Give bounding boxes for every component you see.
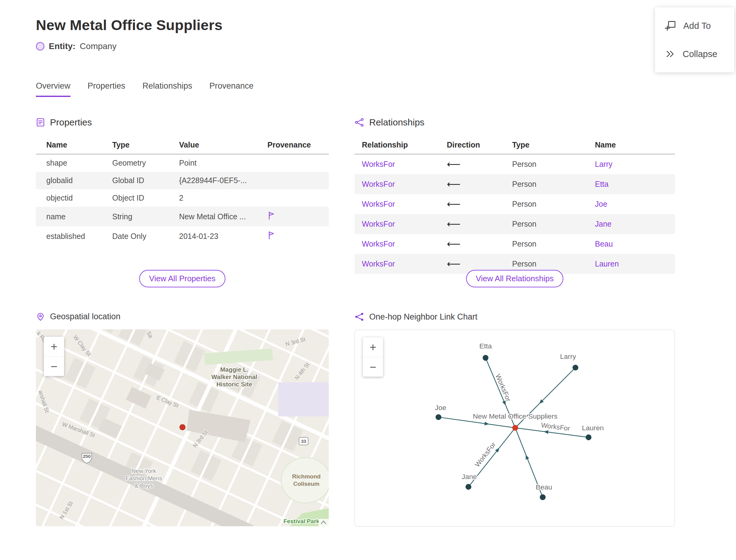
rel-type: Person xyxy=(512,174,595,194)
page-title: New Metal Office Suppliers xyxy=(36,17,736,33)
direction-arrow: ⟵ xyxy=(447,154,512,175)
prop-name: objectid xyxy=(36,189,112,207)
zoom-out-button[interactable]: − xyxy=(363,357,383,377)
node-label-jane: Jane xyxy=(462,473,477,481)
collapse-chevrons-icon xyxy=(665,49,675,59)
table-row: WorksFor ⟵ Person Joe xyxy=(355,194,675,214)
tab-properties[interactable]: Properties xyxy=(88,81,125,97)
node-label-beau: Beau xyxy=(536,483,552,491)
edge-label-worksfor: WorksFor xyxy=(494,373,512,403)
graph-node-beau[interactable] xyxy=(540,494,546,500)
prop-type: String xyxy=(112,207,179,226)
graph-node-larry[interactable] xyxy=(573,365,578,370)
zoom-in-button[interactable]: + xyxy=(44,337,64,356)
node-label-center: New Metal Office Suppliers xyxy=(473,412,558,420)
prop-value: New Metal Office ... xyxy=(179,207,267,226)
link-chart-section-header: One-hop Neighbor Link Chart xyxy=(355,312,675,322)
prop-value: 2 xyxy=(179,189,267,207)
map-image: 250 33 k Ro W Clay St Sa N 3rd St N 4th … xyxy=(36,329,329,526)
relationships-column: Relationships Relationship Direction Typ… xyxy=(355,117,675,527)
provenance-flag-icon[interactable] xyxy=(267,231,275,240)
table-row: globalid Global ID {A228944F-0EF5-... xyxy=(36,172,329,189)
properties-section-title: Properties xyxy=(50,117,92,128)
map-zoom-control: + − xyxy=(44,337,64,376)
relationship-link[interactable]: WorksFor xyxy=(362,240,395,248)
node-label-etta: Etta xyxy=(479,342,492,350)
relationship-link[interactable]: WorksFor xyxy=(362,180,395,188)
tab-relationships[interactable]: Relationships xyxy=(143,81,192,97)
map-label-maggie-3: Historic Site xyxy=(217,381,252,388)
entity-link[interactable]: Jane xyxy=(595,220,611,228)
relationship-link[interactable]: WorksFor xyxy=(362,200,395,208)
entity-link[interactable]: Lauren xyxy=(595,259,619,268)
tab-overview[interactable]: Overview xyxy=(36,81,71,97)
direction-arrow: ⟵ xyxy=(447,214,512,234)
entity-link[interactable]: Etta xyxy=(595,180,608,188)
geospatial-section-header: Geospatial location xyxy=(36,312,329,321)
direction-arrow: ⟵ xyxy=(447,234,512,254)
prop-provenance xyxy=(267,207,329,226)
relationships-icon xyxy=(355,117,364,127)
graph-node-lauren[interactable] xyxy=(586,434,592,440)
col-header-provenance: Provenance xyxy=(267,136,329,154)
col-header-type: Type xyxy=(512,136,595,154)
col-header-direction: Direction xyxy=(447,136,512,154)
prop-type: Global ID xyxy=(112,172,179,189)
link-chart-graph: WorksFor WorksFor WorksFor Etta Larry Jo… xyxy=(355,330,675,526)
properties-section-header: Properties xyxy=(36,117,329,128)
collapse-button[interactable]: Collapse xyxy=(655,40,734,68)
node-label-lauren: Lauren xyxy=(582,424,604,432)
graph-node-center[interactable] xyxy=(512,425,518,431)
add-to-button[interactable]: Add To xyxy=(655,12,734,40)
prop-name: established xyxy=(36,226,112,246)
tab-provenance[interactable]: Provenance xyxy=(209,81,254,97)
attribution-toggle[interactable] xyxy=(319,519,329,526)
rel-type: Person xyxy=(512,234,595,254)
properties-column: Properties Name Type Value Provenance sh… xyxy=(36,117,329,527)
map-label-nyf-2: Fashion Mens xyxy=(125,475,162,481)
svg-text:250: 250 xyxy=(83,454,90,459)
relationship-link[interactable]: WorksFor xyxy=(362,160,395,168)
map-label-coliseum-1: Richmond xyxy=(292,473,321,480)
link-chart-icon xyxy=(355,312,364,322)
link-chart-section-title: One-hop Neighbor Link Chart xyxy=(369,312,477,322)
map-canvas[interactable]: + − xyxy=(36,329,329,526)
link-chart-canvas[interactable]: + − xyxy=(355,330,675,527)
table-row: WorksFor ⟵ Person Larry xyxy=(355,154,675,175)
graph-node-joe[interactable] xyxy=(435,414,441,420)
col-header-name: Name xyxy=(36,136,112,154)
zoom-out-button[interactable]: − xyxy=(44,356,64,376)
prop-provenance xyxy=(267,154,329,172)
chart-zoom-control: + − xyxy=(363,337,383,377)
table-row: WorksFor ⟵ Person Etta xyxy=(355,174,675,194)
map-label-maggie-2: Walker National xyxy=(211,374,257,380)
rel-type: Person xyxy=(512,154,595,175)
map-location-marker xyxy=(180,424,185,430)
entity-link[interactable]: Joe xyxy=(595,200,607,208)
prop-value: 2014-01-23 xyxy=(179,226,267,246)
view-all-properties-button[interactable]: View All Properties xyxy=(139,270,225,287)
entity-row: Entity: Company xyxy=(36,41,736,51)
map-label-nyf-3: & Boys xyxy=(135,482,153,489)
collapse-label: Collapse xyxy=(683,49,717,59)
relationship-link[interactable]: WorksFor xyxy=(362,259,395,268)
svg-text:33: 33 xyxy=(301,439,306,444)
zoom-in-button[interactable]: + xyxy=(363,337,383,357)
direction-arrow: ⟵ xyxy=(447,194,512,214)
relationship-link[interactable]: WorksFor xyxy=(362,220,395,228)
prop-type: Geometry xyxy=(112,154,179,172)
graph-node-etta[interactable] xyxy=(483,355,489,361)
table-row: objectid Object ID 2 xyxy=(36,189,329,207)
col-header-relationship: Relationship xyxy=(355,136,447,154)
table-row: name String New Metal Office ... xyxy=(36,207,329,226)
prop-type: Date Only xyxy=(112,226,179,246)
provenance-flag-icon[interactable] xyxy=(267,211,275,220)
map-label-festival-park: Festival Park xyxy=(283,518,320,524)
properties-icon xyxy=(36,118,45,127)
edge-label-worksfor: WorksFor xyxy=(541,421,570,432)
entity-link[interactable]: Beau xyxy=(595,240,613,248)
view-all-relationships-button[interactable]: View All Relationships xyxy=(466,270,564,287)
entity-link[interactable]: Larry xyxy=(595,160,612,168)
graph-node-jane[interactable] xyxy=(466,484,471,490)
prop-name: name xyxy=(36,207,112,226)
